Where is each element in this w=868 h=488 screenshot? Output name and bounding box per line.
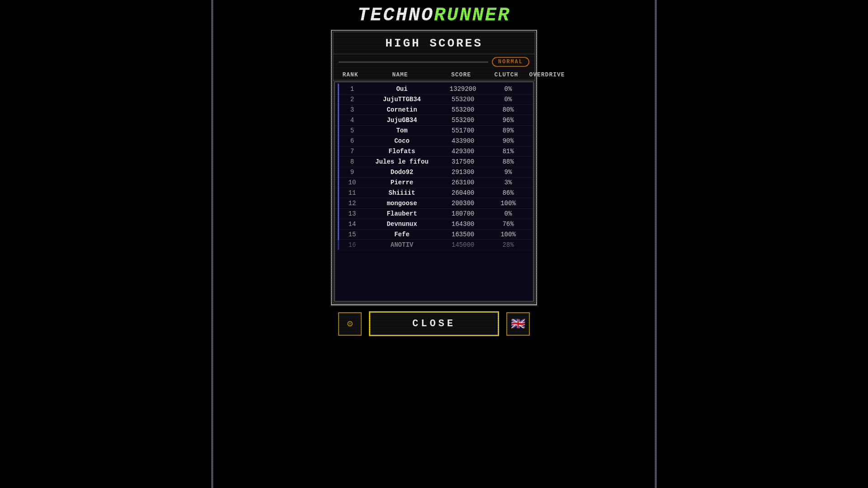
row-rank: 8	[339, 158, 366, 165]
table-row: 13 Flaubert 180700 0% 0%	[335, 209, 533, 219]
row-name: Dodo92	[366, 169, 438, 176]
row-rank: 6	[339, 137, 366, 145]
col-overdrive: OVERDRIVE	[527, 71, 567, 78]
row-overdrive: 0%	[528, 117, 534, 124]
row-overdrive: 40%	[528, 179, 534, 186]
row-score: 145000	[438, 241, 488, 249]
col-score: SCORE	[436, 71, 486, 78]
scores-table: 1 Oui 1329200 0% 0% 2 JujuTTGB34 553200 …	[334, 81, 534, 302]
row-fade	[335, 287, 533, 301]
settings-icon: ⚙	[347, 318, 353, 330]
row-score: 317500	[438, 158, 488, 165]
rank-bar	[338, 188, 339, 198]
row-name: Oui	[366, 85, 438, 93]
row-clutch: 9%	[488, 169, 528, 176]
row-rank: 9	[339, 169, 366, 176]
rank-bar	[338, 177, 339, 188]
bottom-bar: ⚙ CLOSE 🇬🇧	[331, 305, 537, 342]
close-button[interactable]: CLOSE	[369, 311, 499, 336]
table-row: 7 Flofats 429300 81% 10%	[335, 146, 533, 157]
row-clutch: 89%	[488, 127, 528, 134]
lang-flag: 🇬🇧	[511, 317, 525, 331]
row-clutch: 88%	[488, 158, 528, 165]
row-overdrive: 10%	[528, 189, 534, 197]
row-overdrive: 10%	[528, 148, 534, 155]
row-clutch: 100%	[488, 200, 528, 207]
row-overdrive: 0%	[528, 158, 534, 165]
rank-bar	[338, 146, 339, 157]
row-overdrive: 0%	[528, 231, 534, 238]
language-button[interactable]: 🇬🇧	[506, 312, 530, 336]
row-clutch: 0%	[488, 210, 528, 217]
row-score: 553200	[438, 96, 488, 103]
difficulty-badge[interactable]: NORMAL	[492, 57, 529, 67]
row-overdrive: 0%	[528, 96, 534, 103]
col-name: NAME	[364, 71, 436, 78]
title-part1: Techno	[358, 5, 434, 26]
row-rank: 16	[339, 241, 366, 249]
side-line-right	[655, 0, 656, 488]
row-score: 553200	[438, 117, 488, 124]
settings-button[interactable]: ⚙	[338, 312, 362, 336]
row-rank: 11	[339, 189, 366, 197]
table-row: 16 ANOTIV 145000 28% 10%	[335, 240, 533, 250]
row-clutch: 0%	[488, 85, 528, 93]
row-score: 164300	[438, 221, 488, 228]
table-row: 3 Cornetin 553200 80% 0%	[335, 105, 533, 115]
rank-bar	[338, 229, 339, 240]
row-name: JujuTTGB34	[366, 96, 438, 103]
table-row: 5 Tom 551700 89% 10%	[335, 126, 533, 136]
row-overdrive: 0%	[528, 85, 534, 93]
table-row: 9 Dodo92 291300 9% 20%	[335, 167, 533, 178]
row-overdrive: 0%	[528, 221, 534, 228]
row-name: Jules le fifou	[366, 158, 438, 165]
title-part2: Runner	[434, 5, 510, 26]
rank-bar	[338, 208, 339, 219]
row-name: Devnunux	[366, 221, 438, 228]
row-clutch: 81%	[488, 148, 528, 155]
row-name: Shiiiit	[366, 189, 438, 197]
row-clutch: 28%	[488, 241, 528, 249]
row-score: 1329200	[438, 85, 488, 93]
row-name: Coco	[366, 137, 438, 145]
row-rank: 3	[339, 106, 366, 113]
row-score: 551700	[438, 127, 488, 134]
difficulty-bar	[339, 61, 488, 63]
row-rank: 14	[339, 221, 366, 228]
table-row: 4 JujuGB34 553200 96% 0%	[335, 115, 533, 126]
main-panel: HIGH SCORES NORMAL RANK NAME SCORE CLUTC…	[331, 30, 537, 305]
row-clutch: 80%	[488, 106, 528, 113]
row-score: 200300	[438, 200, 488, 207]
difficulty-row: NORMAL	[333, 54, 535, 70]
rank-bar	[338, 115, 339, 126]
row-rank: 5	[339, 127, 366, 134]
row-overdrive: 10%	[528, 241, 533, 249]
side-line-left	[212, 0, 213, 488]
row-clutch: 90%	[488, 137, 528, 145]
row-overdrive: 20%	[528, 169, 534, 176]
high-scores-header: HIGH SCORES	[333, 32, 535, 54]
row-score: 291300	[438, 169, 488, 176]
scores-inner: 1 Oui 1329200 0% 0% 2 JujuTTGB34 553200 …	[335, 82, 533, 252]
row-clutch: 0%	[488, 96, 528, 103]
row-name: mongoose	[366, 200, 438, 207]
row-rank: 4	[339, 117, 366, 124]
row-rank: 7	[339, 148, 366, 155]
row-clutch: 96%	[488, 117, 528, 124]
row-score: 163500	[438, 231, 488, 238]
row-name: JujuGB34	[366, 117, 438, 124]
table-row: 12 mongoose 200300 100% 0%	[335, 198, 533, 209]
rank-bar	[338, 84, 339, 94]
row-score: 553200	[438, 106, 488, 113]
row-name: Flofats	[366, 148, 438, 155]
row-name: Pierre	[366, 179, 438, 186]
row-overdrive: 0%	[528, 106, 534, 113]
row-overdrive: 0%	[528, 200, 534, 207]
row-score: 180700	[438, 210, 488, 217]
main-container: TechnoRunner HIGH SCORES NORMAL RANK NAM…	[326, 0, 542, 342]
row-clutch: 3%	[488, 179, 528, 186]
rank-bar	[338, 240, 339, 250]
row-name: Fefe	[366, 231, 438, 238]
row-name: Cornetin	[366, 106, 438, 113]
col-rank: RANK	[337, 71, 364, 78]
